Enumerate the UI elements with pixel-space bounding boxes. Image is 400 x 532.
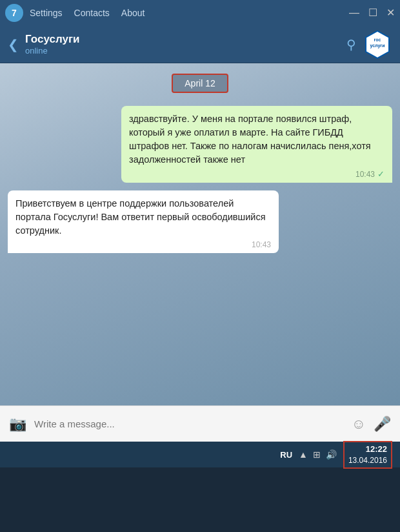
chat-status: online xyxy=(25,46,346,56)
mic-icon[interactable]: 🎤 xyxy=(374,416,391,433)
message-in-meta: 10:43 xyxy=(15,240,271,249)
date-badge: April 12 xyxy=(172,74,228,93)
message-in-text: Приветствуем в центре поддержки пользова… xyxy=(15,197,271,238)
input-bar: 📷 ☺ 🎤 xyxy=(0,405,400,442)
taskbar-arrow-icon: ▲ xyxy=(299,449,308,460)
svg-text:услуги: услуги xyxy=(370,43,385,48)
message-out-meta: 10:43 ✓ xyxy=(129,169,385,179)
emoji-icon[interactable]: ☺ xyxy=(352,416,366,433)
window-controls: — ☐ ✕ xyxy=(349,8,395,18)
back-button[interactable]: ❮ xyxy=(8,37,19,52)
date-badge-wrapper: April 12 xyxy=(8,74,392,93)
avatar: гос услуги xyxy=(363,30,392,59)
taskbar-clock: 12:22 13.04.2016 xyxy=(343,441,392,469)
camera-icon[interactable]: 📷 xyxy=(9,416,26,433)
menu-settings[interactable]: Settings xyxy=(30,8,63,18)
search-icon[interactable]: ⚲ xyxy=(346,37,356,52)
minimize-button[interactable]: — xyxy=(349,8,359,18)
chat-body: April 12 здравствуйте. У меня на портале… xyxy=(0,63,400,405)
menu-contacts[interactable]: Contacts xyxy=(74,8,110,18)
svg-text:гос: гос xyxy=(374,37,381,42)
maximize-button[interactable]: ☐ xyxy=(368,8,377,18)
message-in: Приветствуем в центре поддержки пользова… xyxy=(8,190,279,253)
message-input[interactable] xyxy=(34,418,344,429)
message-in-time: 10:43 xyxy=(252,240,271,249)
title-bar: 7 Settings Contacts About — ☐ ✕ xyxy=(0,0,400,26)
header-right: ⚲ гос услуги xyxy=(346,30,392,59)
menu-about[interactable]: About xyxy=(121,8,145,18)
message-out-time: 10:43 xyxy=(355,170,375,179)
message-checkmark: ✓ xyxy=(377,169,385,179)
taskbar: RU ▲ ⊞ 🔊 12:22 13.04.2016 xyxy=(0,442,400,467)
message-out: здравствуйте. У меня на портале появился… xyxy=(121,106,392,183)
taskbar-volume-icon: 🔊 xyxy=(326,449,337,460)
app-logo: 7 xyxy=(5,4,23,22)
menu-bar: Settings Contacts About xyxy=(30,8,349,18)
taskbar-icons: ▲ ⊞ 🔊 xyxy=(299,449,337,460)
taskbar-date: 13.04.2016 xyxy=(348,455,387,466)
chat-header: ❮ Госуслуги online ⚲ гос услуги xyxy=(0,26,400,63)
taskbar-time: 12:22 xyxy=(348,444,387,455)
taskbar-language: RU xyxy=(280,450,292,460)
chat-name: Госуслуги xyxy=(25,33,346,46)
close-button[interactable]: ✕ xyxy=(386,8,395,18)
chat-info: Госуслуги online xyxy=(25,33,346,56)
message-out-text: здравствуйте. У меня на портале появился… xyxy=(129,112,385,167)
taskbar-network-icon: ⊞ xyxy=(313,449,321,460)
